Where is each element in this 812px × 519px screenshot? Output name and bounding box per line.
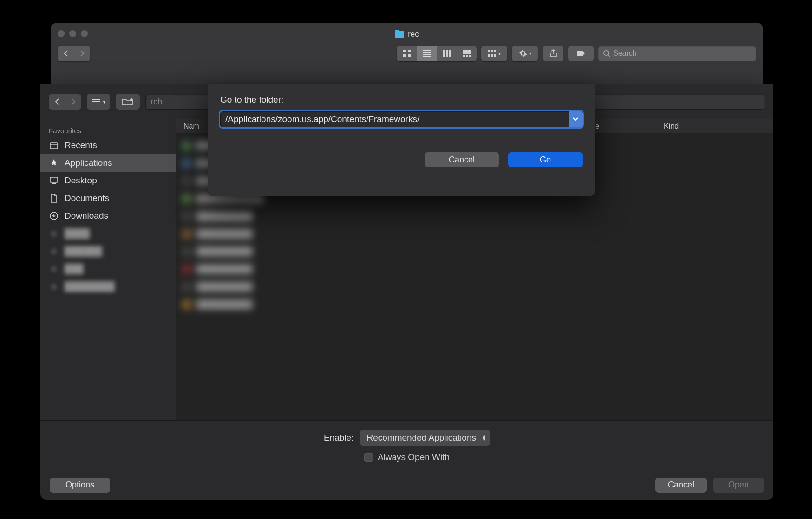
svg-rect-5: [423, 52, 431, 53]
finder-toolbar: ▾ ▾ Search: [51, 44, 763, 68]
new-folder-button[interactable]: [116, 94, 140, 110]
svg-rect-10: [449, 50, 451, 57]
chevron-right-icon[interactable]: [65, 94, 81, 110]
enable-label: Enable:: [324, 433, 354, 443]
folder-plus-icon: [122, 97, 134, 106]
open-label: Open: [728, 480, 749, 490]
svg-point-21: [604, 51, 609, 55]
options-label: Options: [65, 480, 94, 490]
svg-rect-29: [52, 183, 56, 184]
svg-rect-8: [443, 50, 445, 57]
sidebar-item-label: Downloads: [65, 211, 108, 221]
svg-rect-17: [494, 50, 496, 52]
svg-rect-12: [463, 55, 465, 57]
action-menu[interactable]: ▾: [512, 46, 538, 61]
sidebar-item-label: Applications: [65, 158, 112, 168]
goto-folder-sheet: Go to the folder: Cancel Go: [208, 84, 595, 196]
grid-icon[interactable]: ▾: [481, 46, 507, 61]
finder-window: rec ▾ ▾ Sear: [51, 23, 763, 84]
zoom-window-button[interactable]: [81, 30, 88, 37]
svg-rect-4: [423, 50, 431, 51]
svg-line-22: [608, 55, 610, 57]
svg-rect-7: [423, 56, 431, 57]
chevron-down-icon: [573, 117, 578, 121]
search-placeholder: Search: [613, 49, 637, 58]
list-view-button[interactable]: [417, 46, 437, 61]
sidebar-item-downloads[interactable]: Downloads: [40, 207, 176, 225]
svg-rect-2: [403, 54, 406, 57]
panel-back-forward[interactable]: [49, 94, 81, 110]
svg-rect-28: [50, 177, 58, 182]
svg-rect-26: [50, 143, 58, 149]
svg-rect-3: [408, 54, 411, 57]
finder-titlebar: rec: [51, 23, 763, 44]
panel-options: Enable: Recommended Applications ▲▼ Alwa…: [40, 420, 773, 470]
sidebar-item-blurred: ●████████: [40, 278, 176, 295]
svg-rect-13: [466, 55, 468, 57]
goto-path-input[interactable]: [220, 111, 569, 127]
folder-icon: [395, 31, 404, 38]
search-icon: [603, 50, 610, 57]
view-mode-segment[interactable]: [397, 46, 477, 61]
cancel-label: Cancel: [449, 155, 475, 165]
enable-popup[interactable]: Recommended Applications ▲▼: [360, 430, 490, 446]
sidebar-item-desktop[interactable]: Desktop: [40, 172, 176, 189]
sidebar-item-label: Desktop: [65, 175, 97, 186]
column-kind[interactable]: Kind: [664, 122, 773, 130]
search-placeholder: rch: [151, 97, 162, 107]
goto-cancel-button[interactable]: Cancel: [425, 152, 499, 167]
sidebar-item-recents[interactable]: Recents: [40, 136, 176, 154]
close-window-button[interactable]: [58, 30, 65, 37]
cancel-button[interactable]: Cancel: [655, 478, 707, 493]
svg-rect-1: [408, 50, 411, 52]
sidebar-item-blurred: ●███: [40, 260, 176, 278]
goto-title: Go to the folder:: [220, 95, 583, 105]
goto-path-combobox[interactable]: [220, 111, 583, 127]
sidebar: Favourites Recents Applications Desktop …: [40, 119, 176, 420]
goto-history-dropdown[interactable]: [569, 111, 583, 127]
minimize-window-button[interactable]: [69, 30, 76, 37]
svg-rect-9: [446, 50, 448, 57]
window-controls: [58, 30, 88, 37]
chevron-left-icon[interactable]: [49, 94, 65, 110]
chevron-left-icon[interactable]: [58, 46, 74, 61]
svg-rect-18: [488, 54, 490, 57]
svg-rect-25: [92, 104, 100, 104]
arrange-menu[interactable]: ▾: [481, 46, 507, 61]
sidebar-item-blurred: ●████: [40, 225, 176, 242]
svg-rect-15: [488, 50, 490, 52]
download-icon: [49, 211, 59, 221]
goto-go-button[interactable]: Go: [508, 152, 583, 167]
view-mode-popup[interactable]: ▾: [87, 94, 110, 110]
icon-view-button[interactable]: [397, 46, 417, 61]
sidebar-item-blurred: ●██████: [40, 242, 176, 260]
tags-button[interactable]: [568, 46, 594, 61]
svg-rect-14: [469, 55, 471, 57]
sidebar-item-documents[interactable]: Documents: [40, 189, 176, 207]
panel-footer: Options Cancel Open: [40, 470, 773, 500]
desktop-icon: [49, 175, 59, 186]
finder-title: rec: [408, 30, 419, 39]
svg-rect-19: [491, 54, 493, 57]
column-size[interactable]: Size: [585, 122, 664, 130]
finder-back-forward[interactable]: [58, 46, 90, 61]
open-button[interactable]: Open: [713, 478, 764, 493]
sidebar-item-applications[interactable]: Applications: [40, 154, 176, 172]
applications-icon: [49, 158, 59, 168]
share-button[interactable]: [543, 46, 563, 61]
svg-rect-24: [92, 101, 100, 102]
always-open-label: Always Open With: [378, 452, 450, 462]
chevron-right-icon[interactable]: [74, 46, 90, 61]
svg-rect-6: [423, 54, 431, 55]
svg-rect-11: [463, 50, 471, 54]
go-label: Go: [540, 155, 551, 165]
options-button[interactable]: Options: [50, 478, 110, 493]
sidebar-item-label: Recents: [65, 140, 97, 150]
clock-icon: [49, 140, 59, 150]
gear-icon[interactable]: ▾: [512, 46, 538, 61]
updown-icon: ▲▼: [482, 435, 486, 441]
column-view-button[interactable]: [437, 46, 457, 61]
finder-search-field[interactable]: Search: [598, 46, 756, 61]
always-open-checkbox[interactable]: [364, 453, 373, 462]
gallery-view-button[interactable]: [457, 46, 477, 61]
